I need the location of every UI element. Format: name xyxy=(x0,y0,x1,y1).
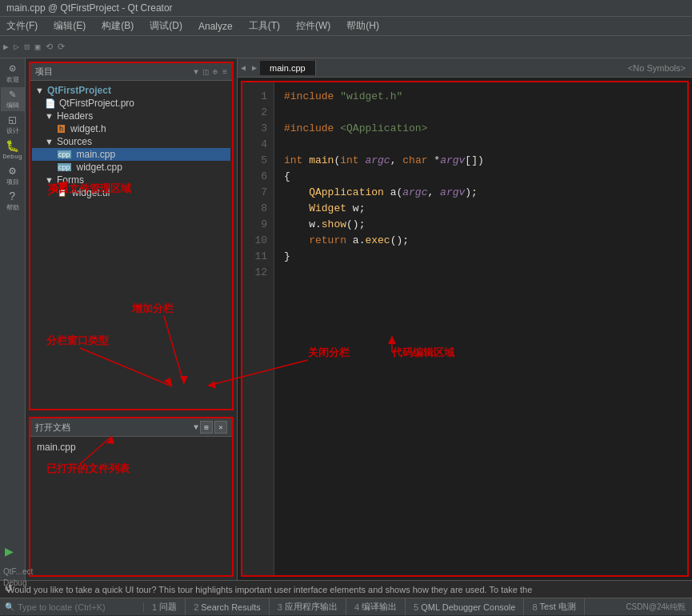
design-icon: ◱ xyxy=(9,114,15,126)
status-tab-app-output[interactable]: 3 应用程序输出 xyxy=(270,598,346,615)
tab-main-cpp-label: main.cpp xyxy=(270,63,306,73)
tree-main-cpp-label: main.cpp xyxy=(77,149,116,160)
sidebar-item-help[interactable]: ? 帮助 xyxy=(1,190,25,214)
open-docs-list: main.cpp xyxy=(30,437,232,575)
line-numbers: 1 2 3 4 5 6 7 8 9 10 11 12 xyxy=(242,82,274,575)
welcome-icon: ⊙ xyxy=(9,63,15,74)
no-symbols-label: <No Symbols> xyxy=(628,63,692,73)
open-docs-arrow[interactable]: ▼ xyxy=(194,423,198,432)
project-header-icons: ▼ ◫ ⊕ ≡ xyxy=(194,67,227,77)
tree-item-widget-cpp[interactable]: cpp widget.cpp xyxy=(32,161,230,174)
open-docs-label: 打开文档 xyxy=(35,422,70,434)
header-file-icon: h xyxy=(58,125,65,133)
status-tab-search-results[interactable]: 2 Search Results xyxy=(186,598,270,615)
menu-tools[interactable]: 工具(T) xyxy=(246,18,283,34)
open-docs-toolbar: ▼ ⊞ ✕ xyxy=(194,421,227,434)
status-tab-issues[interactable]: 1 问题 xyxy=(144,598,186,615)
sidebar-project-label: 项目 xyxy=(6,178,19,186)
project-icon: ⚙ xyxy=(9,166,15,177)
tree-expand-icon: ▼ xyxy=(35,86,44,95)
tree-item-pro[interactable]: 📄 QtFirstProject.pro xyxy=(32,97,230,110)
code-content[interactable]: #include "widget.h" #include <QApplicati… xyxy=(274,82,687,575)
editor-tab-main-cpp[interactable]: main.cpp xyxy=(260,61,316,75)
sidebar-item-edit[interactable]: ✎ 编辑 xyxy=(1,87,25,111)
tree-item-headers[interactable]: ▼ Headers xyxy=(32,110,230,122)
split-close-button[interactable]: ✕ xyxy=(214,421,227,434)
sidebar-item-design[interactable]: ◱ 设计 xyxy=(1,113,25,137)
code-editor[interactable]: 1 2 3 4 5 6 7 8 9 10 11 12 #include "wid… xyxy=(241,81,689,577)
stop-button[interactable]: ↺ xyxy=(5,579,13,595)
app-window: main.cpp @ QtFirstProject - Qt Creator 文… xyxy=(0,0,692,616)
menu-bar: 文件(F) 编辑(E) 构建(B) 调试(D) Analyze 工具(T) 控件… xyxy=(0,17,692,36)
tree-item-forms[interactable]: ▼ Forms xyxy=(32,174,230,186)
sidebar-edit-label: 编辑 xyxy=(6,101,19,110)
pro-file-icon: 📄 xyxy=(45,98,56,109)
ui-file-icon: 📋 xyxy=(58,189,66,197)
search-results-label: Search Results xyxy=(201,602,261,612)
headers-expand-icon: ▼ xyxy=(45,111,54,121)
cpp-file-icon: cpp xyxy=(58,150,71,158)
status-tab-test[interactable]: 8 Test 电测 xyxy=(524,598,584,615)
status-tab-qml-debugger[interactable]: 5 QML Debugger Console xyxy=(406,598,524,615)
content-area: 项目 ▼ ◫ ⊕ ≡ ▼ QtFirstProject 📄 QtFirstPro… xyxy=(26,58,692,580)
toolbar-spacer: ▶ ▷ ⊡ ▣ ⟲ ⟳ xyxy=(3,42,66,52)
debug-icon: 🐛 xyxy=(6,141,19,152)
editor-area: ◀ ▶ main.cpp <No Symbols> 1 2 3 4 5 xyxy=(238,58,692,580)
tree-root-label: QtFirstProject xyxy=(47,85,111,96)
tree-sources-label: Sources xyxy=(57,136,92,147)
title-text: main.cpp @ QtFirstProject - Qt Creator xyxy=(6,2,173,14)
cpp2-file-icon: cpp xyxy=(58,163,71,171)
help-icon: ? xyxy=(9,191,15,202)
main-layout: ⊙ 欢迎 ✎ 编辑 ◱ 设计 🐛 Debug ⚙ 项目 ? 帮助 xyxy=(0,58,692,580)
project-tree: ▼ QtFirstProject 📄 QtFirstProject.pro ▼ … xyxy=(30,81,232,202)
split-add-button[interactable]: ⊞ xyxy=(200,421,213,434)
status-tabs: 1 问题 2 Search Results 3 应用程序输出 4 编译输出 5 … xyxy=(144,598,619,615)
tree-headers-label: Headers xyxy=(57,110,93,122)
project-tree-header: 项目 ▼ ◫ ⊕ ≡ xyxy=(30,63,232,81)
bottom-left-label: QtF...ect xyxy=(3,567,33,576)
menu-file[interactable]: 文件(F) xyxy=(3,18,41,34)
tree-item-widget-ui[interactable]: 📋 widget.ui xyxy=(32,186,230,199)
tree-forms-label: Forms xyxy=(57,174,84,186)
tree-item-root[interactable]: ▼ QtFirstProject xyxy=(32,84,230,97)
locate-input[interactable] xyxy=(18,602,130,612)
sidebar-design-label: 设计 xyxy=(6,126,19,135)
menu-controls[interactable]: 控件(W) xyxy=(293,18,334,34)
sidebar-debug-label: Debug xyxy=(2,153,22,160)
menu-debug[interactable]: 调试(D) xyxy=(146,18,186,34)
menu-help[interactable]: 帮助(H) xyxy=(343,18,382,34)
forms-expand-icon: ▼ xyxy=(45,175,54,185)
tree-widget-cpp-label: widget.cpp xyxy=(77,162,122,173)
left-panel: 项目 ▼ ◫ ⊕ ≡ ▼ QtFirstProject 📄 QtFirstPro… xyxy=(26,58,238,580)
status-bar: 🔍 1 问题 2 Search Results 3 应用程序输出 4 编译输出 … xyxy=(0,598,692,615)
menu-analyze[interactable]: Analyze xyxy=(195,20,236,33)
status-tab-compile-output[interactable]: 4 编译输出 xyxy=(346,598,406,615)
menu-build[interactable]: 构建(B) xyxy=(98,18,137,34)
tree-item-main-cpp[interactable]: cpp main.cpp xyxy=(32,148,230,161)
menu-edit[interactable]: 编辑(E) xyxy=(50,18,89,34)
status-search: 🔍 xyxy=(0,602,144,612)
editor-tabs: ◀ ▶ main.cpp <No Symbols> xyxy=(238,58,692,78)
title-bar: main.cpp @ QtFirstProject - Qt Creator xyxy=(0,0,692,17)
bottom-panel: Would you like to take a quick UI tour? … xyxy=(0,580,692,598)
toolbar: ▶ ▷ ⊡ ▣ ⟲ ⟳ xyxy=(0,36,692,58)
bottom-message: Would you like to take a quick UI tour? … xyxy=(6,585,532,594)
sidebar-item-welcome[interactable]: ⊙ 欢迎 xyxy=(1,62,25,86)
tree-widget-ui-label: widget.ui xyxy=(72,187,110,198)
watermark: CSDN@24k纯甄 xyxy=(619,602,692,613)
open-docs-header: 打开文档 ▼ ⊞ ✕ xyxy=(30,418,232,437)
open-docs-section: 打开文档 ▼ ⊞ ✕ main.cpp xyxy=(29,417,234,577)
project-header-label: 项目 xyxy=(35,66,53,78)
play-button[interactable]: ▶ xyxy=(5,542,14,560)
edit-icon: ✎ xyxy=(9,89,15,100)
tab-nav-right[interactable]: ▶ xyxy=(249,63,260,73)
tab-nav-left[interactable]: ◀ xyxy=(238,63,249,73)
search-icon: 🔍 xyxy=(5,602,14,611)
sidebar-item-debug[interactable]: 🐛 Debug xyxy=(1,138,25,162)
sidebar-item-project[interactable]: ⚙ 项目 xyxy=(1,164,25,188)
tree-item-sources[interactable]: ▼ Sources xyxy=(32,135,230,148)
sidebar-welcome-label: 欢迎 xyxy=(6,75,19,84)
project-tree-section: 项目 ▼ ◫ ⊕ ≡ ▼ QtFirstProject 📄 QtFirstPro… xyxy=(29,62,234,410)
tree-item-widget-h[interactable]: h widget.h xyxy=(32,122,230,135)
open-doc-main-cpp[interactable]: main.cpp xyxy=(34,440,229,454)
